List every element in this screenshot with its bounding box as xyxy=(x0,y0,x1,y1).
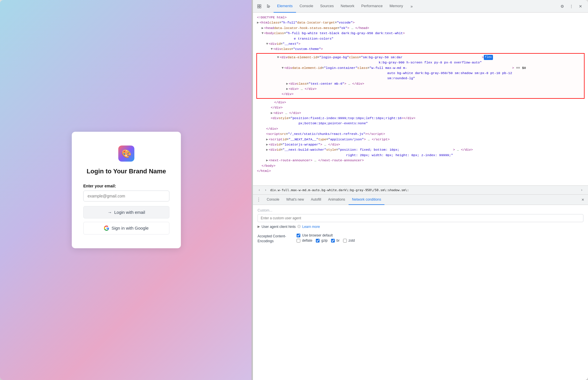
deflate-option: deflate xyxy=(297,239,312,243)
accepted-encodings-section: Accepted Content-Encodings Use browser d… xyxy=(258,233,583,244)
code-line: ▶<div> … </div> xyxy=(256,110,585,116)
user-agent-hints-label: User agent client hints xyxy=(262,225,296,229)
breadcrumb-text: div.w-full.max-w-md.m-auto.bg-white.dark… xyxy=(270,188,409,192)
svg-rect-1 xyxy=(260,5,261,6)
code-line: ▶<head data-locator-hook-status-message=… xyxy=(256,26,585,31)
use-browser-default-label: Use browser default xyxy=(302,233,333,237)
browser-window: 🎨 Login to Your Brand Name Enter your em… xyxy=(0,0,588,380)
code-line: ▶<div> … </div> xyxy=(259,86,582,92)
code-line: ▼<div data-element-id="login-container" … xyxy=(259,65,582,81)
use-browser-default-row: Use browser default xyxy=(297,233,583,237)
zstd-checkbox[interactable] xyxy=(343,239,347,243)
encoding-options-row: deflate gzip br xyxy=(297,239,583,244)
login-title: Login to Your Brand Name xyxy=(87,167,166,176)
browser-body: 🎨 Login to Your Brand Name Enter your em… xyxy=(0,0,588,380)
code-line: <script src="/_next/static/chunks/react-… xyxy=(256,131,585,137)
arrow-icon: → xyxy=(108,210,112,215)
tab-memory[interactable]: Memory xyxy=(386,0,407,13)
code-line: ▼<body class="h-full bg-white text-black… xyxy=(256,31,585,41)
tab-elements[interactable]: Elements xyxy=(274,0,296,13)
breadcrumb-forward-button[interactable]: › xyxy=(263,187,268,193)
gzip-option: gzip xyxy=(316,239,328,243)
app-logo: 🎨 xyxy=(118,146,134,162)
svg-rect-2 xyxy=(258,7,259,8)
svg-rect-3 xyxy=(260,7,261,8)
deflate-label: deflate xyxy=(302,239,312,243)
drawer-more-icon[interactable]: ⋮ xyxy=(255,195,262,205)
code-line: ▶<div id="__next-build-watcher" style="p… xyxy=(256,147,585,158)
devtools-inspect-icon[interactable] xyxy=(255,2,263,10)
drawer-close-button[interactable]: ✕ xyxy=(580,197,586,203)
code-line: ▼<div data-element-id="login-page-bg" cl… xyxy=(259,55,582,65)
code-line: ▶<script id="__NEXT_DATA__" type="applic… xyxy=(256,137,585,142)
google-icon xyxy=(104,226,109,231)
email-input[interactable] xyxy=(83,191,169,201)
code-line: </div> xyxy=(256,105,585,110)
google-btn-label: Sign in with Google xyxy=(111,226,148,230)
code-line: </body> xyxy=(256,163,585,168)
code-line: </html> xyxy=(256,168,585,174)
code-line: ▶<next-route-announcer> … </next-route-a… xyxy=(256,158,585,163)
devtools-cursor-icon[interactable] xyxy=(264,2,272,10)
code-line: ▼<div id="__next"> xyxy=(256,41,585,46)
code-line: ▼<div class="custom-theme"> xyxy=(256,46,585,52)
accepted-encodings-content: Use browser default deflate gzip xyxy=(297,233,583,244)
user-agent-hints-row: ▶ User agent client hints ⓘ Learn more xyxy=(258,224,583,229)
br-label: br xyxy=(336,239,340,243)
drawer-tab-animations[interactable]: Animations xyxy=(325,195,349,205)
login-email-label: Login with email xyxy=(114,210,145,215)
code-line: ▶<html class="h-full" data-locator-targe… xyxy=(256,20,585,25)
devtools-ellipsis-icon[interactable]: ⋮ xyxy=(567,2,575,10)
code-line: </div> xyxy=(256,100,585,105)
devtools-more-tabs-icon[interactable]: » xyxy=(408,2,416,10)
accepted-encodings-label: Accepted Content-Encodings xyxy=(258,233,292,244)
tab-sources[interactable]: Sources xyxy=(317,0,337,13)
user-agent-section: Custom... ▶ User agent client hints ⓘ Le… xyxy=(258,208,583,229)
breadcrumb-nav: ‹ › xyxy=(256,187,268,193)
user-agent-hints-expand[interactable]: ▶ xyxy=(258,225,260,228)
user-agent-hints-info-icon: ⓘ xyxy=(297,224,301,229)
devtools-panel: Elements Console Sources Network Perform… xyxy=(253,0,588,380)
custom-label: Custom... xyxy=(258,208,583,212)
email-label: Enter your email: xyxy=(83,184,116,188)
tab-console[interactable]: Console xyxy=(296,0,317,13)
drawer-tab-network-conditions[interactable]: Network conditions xyxy=(349,195,384,205)
deflate-checkbox[interactable] xyxy=(297,239,300,243)
code-line: <!DOCTYPE html> xyxy=(256,15,585,20)
devtools-drawer-tabs-bar: ⋮ Console What's new Autofill Animations… xyxy=(253,195,588,205)
devtools-settings-icon[interactable]: ⚙ xyxy=(558,2,566,10)
devtools-breadcrumb-bar: ‹ › div.w-full.max-w-md.m-auto.bg-white.… xyxy=(253,185,588,195)
code-line: <div style="position:fixed;z-index:9999;… xyxy=(256,116,585,126)
svg-rect-0 xyxy=(258,5,259,6)
zstd-option: zstd xyxy=(343,239,355,243)
code-line: </div> xyxy=(259,92,582,97)
user-agent-input[interactable] xyxy=(258,214,583,222)
devtools-code-area[interactable]: <!DOCTYPE html> ▶<html class="h-full" da… xyxy=(253,13,588,185)
code-line: </div> xyxy=(256,126,585,131)
login-google-button[interactable]: Sign in with Google xyxy=(83,222,169,234)
login-email-button[interactable]: → Login with email xyxy=(83,206,169,218)
drawer-tab-console[interactable]: Console xyxy=(263,195,283,205)
use-browser-default-checkbox[interactable] xyxy=(297,234,300,237)
code-line: ▶<div class="text-center mb-6"> … </div> xyxy=(259,81,582,86)
devtools-tabs-bar: Elements Console Sources Network Perform… xyxy=(253,0,588,13)
login-card: 🎨 Login to Your Brand Name Enter your em… xyxy=(72,132,181,248)
br-checkbox[interactable] xyxy=(331,239,335,243)
network-conditions-panel: Custom... ▶ User agent client hints ⓘ Le… xyxy=(253,205,588,380)
code-line: ▶<div id="locatorjs-wrapper"> … </div> xyxy=(256,142,585,147)
highlighted-code-block: ▼<div data-element-id="login-page-bg" cl… xyxy=(256,53,585,99)
devtools-close-icon[interactable]: ✕ xyxy=(577,2,585,10)
breadcrumb-back-button[interactable]: ‹ xyxy=(256,187,262,193)
tab-performance[interactable]: Performance xyxy=(358,0,386,13)
gzip-label: gzip xyxy=(321,239,328,243)
zstd-label: zstd xyxy=(349,239,355,243)
learn-more-link[interactable]: Learn more xyxy=(302,225,320,229)
panel-resize-handle[interactable] xyxy=(252,0,253,380)
webpage-area: 🎨 Login to Your Brand Name Enter your em… xyxy=(0,0,253,380)
tab-network[interactable]: Network xyxy=(337,0,358,13)
drawer-tab-autofill[interactable]: Autofill xyxy=(307,195,325,205)
drawer-tab-whats-new[interactable]: What's new xyxy=(283,195,307,205)
breadcrumb-more-button[interactable]: › xyxy=(579,187,585,193)
gzip-checkbox[interactable] xyxy=(316,239,320,243)
br-option: br xyxy=(331,239,340,243)
